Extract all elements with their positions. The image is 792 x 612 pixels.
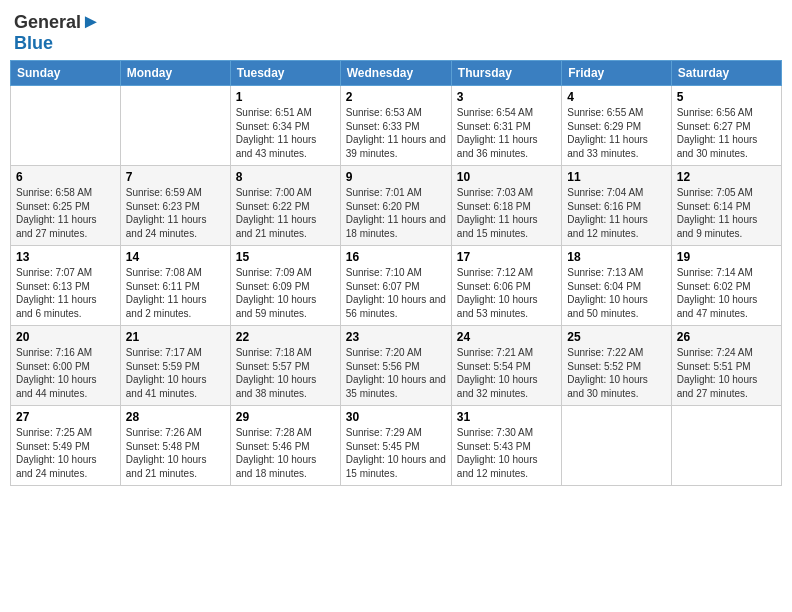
day-number: 18 <box>567 250 665 264</box>
calendar-cell: 8Sunrise: 7:00 AMSunset: 6:22 PMDaylight… <box>230 166 340 246</box>
calendar-cell: 26Sunrise: 7:24 AMSunset: 5:51 PMDayligh… <box>671 326 781 406</box>
day-info: Sunrise: 6:55 AMSunset: 6:29 PMDaylight:… <box>567 106 665 160</box>
day-number: 24 <box>457 330 556 344</box>
calendar-cell <box>562 406 671 486</box>
day-number: 2 <box>346 90 446 104</box>
day-number: 19 <box>677 250 776 264</box>
day-info: Sunrise: 6:51 AMSunset: 6:34 PMDaylight:… <box>236 106 335 160</box>
day-number: 9 <box>346 170 446 184</box>
day-number: 4 <box>567 90 665 104</box>
day-info: Sunrise: 6:54 AMSunset: 6:31 PMDaylight:… <box>457 106 556 160</box>
day-info: Sunrise: 7:26 AMSunset: 5:48 PMDaylight:… <box>126 426 225 480</box>
day-info: Sunrise: 7:05 AMSunset: 6:14 PMDaylight:… <box>677 186 776 240</box>
day-info: Sunrise: 7:03 AMSunset: 6:18 PMDaylight:… <box>457 186 556 240</box>
day-number: 15 <box>236 250 335 264</box>
day-info: Sunrise: 7:25 AMSunset: 5:49 PMDaylight:… <box>16 426 115 480</box>
day-info: Sunrise: 6:53 AMSunset: 6:33 PMDaylight:… <box>346 106 446 160</box>
day-info: Sunrise: 7:30 AMSunset: 5:43 PMDaylight:… <box>457 426 556 480</box>
calendar-cell: 24Sunrise: 7:21 AMSunset: 5:54 PMDayligh… <box>451 326 561 406</box>
page-header: General► Blue <box>10 10 782 54</box>
calendar-cell: 20Sunrise: 7:16 AMSunset: 6:00 PMDayligh… <box>11 326 121 406</box>
calendar-cell: 1Sunrise: 6:51 AMSunset: 6:34 PMDaylight… <box>230 86 340 166</box>
day-number: 11 <box>567 170 665 184</box>
logo-arrow: ► <box>81 10 101 32</box>
calendar-cell: 10Sunrise: 7:03 AMSunset: 6:18 PMDayligh… <box>451 166 561 246</box>
calendar-cell: 17Sunrise: 7:12 AMSunset: 6:06 PMDayligh… <box>451 246 561 326</box>
day-number: 3 <box>457 90 556 104</box>
calendar-cell: 31Sunrise: 7:30 AMSunset: 5:43 PMDayligh… <box>451 406 561 486</box>
calendar-cell: 5Sunrise: 6:56 AMSunset: 6:27 PMDaylight… <box>671 86 781 166</box>
logo-general: General <box>14 12 81 32</box>
day-number: 17 <box>457 250 556 264</box>
day-number: 5 <box>677 90 776 104</box>
day-info: Sunrise: 7:28 AMSunset: 5:46 PMDaylight:… <box>236 426 335 480</box>
day-number: 25 <box>567 330 665 344</box>
calendar-cell: 27Sunrise: 7:25 AMSunset: 5:49 PMDayligh… <box>11 406 121 486</box>
calendar-cell <box>11 86 121 166</box>
calendar-cell: 29Sunrise: 7:28 AMSunset: 5:46 PMDayligh… <box>230 406 340 486</box>
day-info: Sunrise: 7:29 AMSunset: 5:45 PMDaylight:… <box>346 426 446 480</box>
calendar-cell <box>120 86 230 166</box>
day-info: Sunrise: 7:09 AMSunset: 6:09 PMDaylight:… <box>236 266 335 320</box>
calendar-cell: 23Sunrise: 7:20 AMSunset: 5:56 PMDayligh… <box>340 326 451 406</box>
day-info: Sunrise: 6:58 AMSunset: 6:25 PMDaylight:… <box>16 186 115 240</box>
day-number: 29 <box>236 410 335 424</box>
day-number: 27 <box>16 410 115 424</box>
calendar-cell: 4Sunrise: 6:55 AMSunset: 6:29 PMDaylight… <box>562 86 671 166</box>
day-info: Sunrise: 7:22 AMSunset: 5:52 PMDaylight:… <box>567 346 665 400</box>
day-number: 14 <box>126 250 225 264</box>
calendar-cell: 21Sunrise: 7:17 AMSunset: 5:59 PMDayligh… <box>120 326 230 406</box>
calendar-cell: 19Sunrise: 7:14 AMSunset: 6:02 PMDayligh… <box>671 246 781 326</box>
weekday-header: Sunday <box>11 61 121 86</box>
day-number: 10 <box>457 170 556 184</box>
day-info: Sunrise: 7:21 AMSunset: 5:54 PMDaylight:… <box>457 346 556 400</box>
calendar-cell: 12Sunrise: 7:05 AMSunset: 6:14 PMDayligh… <box>671 166 781 246</box>
day-number: 30 <box>346 410 446 424</box>
day-info: Sunrise: 7:13 AMSunset: 6:04 PMDaylight:… <box>567 266 665 320</box>
day-number: 12 <box>677 170 776 184</box>
calendar-cell: 22Sunrise: 7:18 AMSunset: 5:57 PMDayligh… <box>230 326 340 406</box>
weekday-header: Saturday <box>671 61 781 86</box>
calendar-cell: 30Sunrise: 7:29 AMSunset: 5:45 PMDayligh… <box>340 406 451 486</box>
calendar-cell: 15Sunrise: 7:09 AMSunset: 6:09 PMDayligh… <box>230 246 340 326</box>
calendar-cell: 11Sunrise: 7:04 AMSunset: 6:16 PMDayligh… <box>562 166 671 246</box>
day-info: Sunrise: 7:07 AMSunset: 6:13 PMDaylight:… <box>16 266 115 320</box>
calendar-cell: 2Sunrise: 6:53 AMSunset: 6:33 PMDaylight… <box>340 86 451 166</box>
day-info: Sunrise: 7:24 AMSunset: 5:51 PMDaylight:… <box>677 346 776 400</box>
calendar-cell: 13Sunrise: 7:07 AMSunset: 6:13 PMDayligh… <box>11 246 121 326</box>
calendar-cell: 16Sunrise: 7:10 AMSunset: 6:07 PMDayligh… <box>340 246 451 326</box>
logo-text: General► Blue <box>14 10 101 54</box>
day-info: Sunrise: 7:04 AMSunset: 6:16 PMDaylight:… <box>567 186 665 240</box>
day-number: 6 <box>16 170 115 184</box>
calendar-cell: 25Sunrise: 7:22 AMSunset: 5:52 PMDayligh… <box>562 326 671 406</box>
day-number: 20 <box>16 330 115 344</box>
day-info: Sunrise: 7:16 AMSunset: 6:00 PMDaylight:… <box>16 346 115 400</box>
calendar-cell: 6Sunrise: 6:58 AMSunset: 6:25 PMDaylight… <box>11 166 121 246</box>
day-info: Sunrise: 7:18 AMSunset: 5:57 PMDaylight:… <box>236 346 335 400</box>
day-number: 22 <box>236 330 335 344</box>
day-number: 26 <box>677 330 776 344</box>
day-info: Sunrise: 7:01 AMSunset: 6:20 PMDaylight:… <box>346 186 446 240</box>
logo-blue: Blue <box>14 33 53 53</box>
day-info: Sunrise: 7:12 AMSunset: 6:06 PMDaylight:… <box>457 266 556 320</box>
weekday-header: Monday <box>120 61 230 86</box>
calendar-cell: 18Sunrise: 7:13 AMSunset: 6:04 PMDayligh… <box>562 246 671 326</box>
day-info: Sunrise: 6:56 AMSunset: 6:27 PMDaylight:… <box>677 106 776 160</box>
day-info: Sunrise: 7:14 AMSunset: 6:02 PMDaylight:… <box>677 266 776 320</box>
day-number: 13 <box>16 250 115 264</box>
day-number: 7 <box>126 170 225 184</box>
weekday-header: Wednesday <box>340 61 451 86</box>
day-info: Sunrise: 7:08 AMSunset: 6:11 PMDaylight:… <box>126 266 225 320</box>
calendar-table: SundayMondayTuesdayWednesdayThursdayFrid… <box>10 60 782 486</box>
calendar-cell: 3Sunrise: 6:54 AMSunset: 6:31 PMDaylight… <box>451 86 561 166</box>
logo: General► Blue <box>14 10 101 54</box>
day-info: Sunrise: 7:17 AMSunset: 5:59 PMDaylight:… <box>126 346 225 400</box>
day-number: 31 <box>457 410 556 424</box>
calendar-cell: 7Sunrise: 6:59 AMSunset: 6:23 PMDaylight… <box>120 166 230 246</box>
calendar-cell: 9Sunrise: 7:01 AMSunset: 6:20 PMDaylight… <box>340 166 451 246</box>
day-info: Sunrise: 6:59 AMSunset: 6:23 PMDaylight:… <box>126 186 225 240</box>
weekday-header: Friday <box>562 61 671 86</box>
calendar-cell: 28Sunrise: 7:26 AMSunset: 5:48 PMDayligh… <box>120 406 230 486</box>
day-info: Sunrise: 7:20 AMSunset: 5:56 PMDaylight:… <box>346 346 446 400</box>
day-info: Sunrise: 7:00 AMSunset: 6:22 PMDaylight:… <box>236 186 335 240</box>
